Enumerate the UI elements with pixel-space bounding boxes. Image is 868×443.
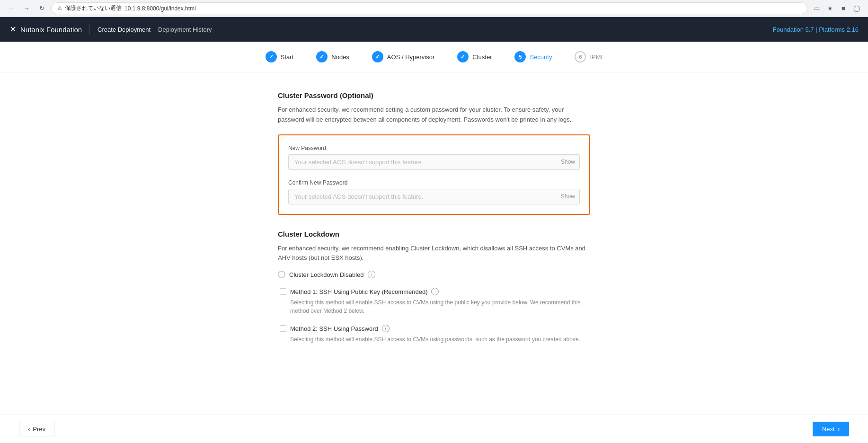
warning-text: 保護されていない通信 — [65, 4, 122, 12]
forward-button[interactable]: → — [21, 3, 32, 14]
step-start: Start — [266, 51, 293, 62]
step-start-label: Start — [281, 53, 293, 61]
confirm-password-label: Confirm New Password — [288, 179, 580, 186]
step-nodes-circle — [316, 51, 328, 62]
cluster-password-title: Cluster Password (Optional) — [278, 91, 590, 99]
next-label: Next — [822, 425, 835, 433]
method1-info-icon[interactable]: i — [431, 288, 439, 295]
bookmark-button[interactable]: ★ — [824, 3, 836, 14]
method2-header: Method 2: SSH Using Password i — [280, 325, 590, 332]
step-connector-3 — [436, 57, 455, 57]
app-wrapper: ✕ Nutanix Foundation Create Deployment D… — [0, 17, 868, 443]
step-nodes-label: Nodes — [331, 53, 349, 61]
method1-block: Method 1: SSH Using Public Key (Recommen… — [278, 288, 590, 315]
lockdown-disabled-option[interactable]: Cluster Lockdown Disabled i — [278, 271, 590, 278]
confirm-password-show-btn[interactable]: Show — [561, 193, 575, 200]
method2-checkbox[interactable] — [280, 325, 286, 332]
deployment-history-link[interactable]: Deployment History — [158, 26, 212, 33]
prev-label: Prev — [33, 425, 45, 433]
step-connector-1 — [295, 57, 314, 57]
lockdown-desc: For enhanced security, we recommend enab… — [278, 244, 590, 264]
next-arrow-icon: › — [838, 425, 840, 433]
new-password-label: New Password — [288, 145, 580, 151]
create-deployment-link[interactable]: Create Deployment — [97, 26, 151, 33]
password-box: New Password Show Confirm New Password S… — [278, 134, 590, 215]
confirm-password-wrapper: Show — [288, 189, 580, 204]
step-aos-label: AOS / Hypervisor — [387, 53, 434, 61]
url-text: 10.1.9.8:8000/gui/index.html — [124, 5, 196, 12]
step-ipmi-label: IPMI — [590, 53, 602, 61]
lockdown-disabled-info-icon[interactable]: i — [368, 271, 375, 278]
lockdown-title: Cluster Lockdown — [278, 230, 590, 238]
step-aos: AOS / Hypervisor — [372, 51, 434, 62]
browser-actions: ▭ ★ ■ ◯ — [811, 3, 862, 14]
extensions-button[interactable]: ■ — [838, 3, 849, 14]
method1-checkbox[interactable] — [280, 288, 286, 295]
step-cluster-label: Cluster — [472, 53, 492, 61]
back-button[interactable]: ← — [6, 3, 17, 14]
confirm-password-input[interactable] — [288, 189, 580, 204]
new-password-input[interactable] — [288, 154, 580, 170]
method2-info-icon[interactable]: i — [382, 325, 390, 332]
top-nav: ✕ Nutanix Foundation Create Deployment D… — [0, 17, 868, 42]
profile-button[interactable]: ◯ — [851, 3, 862, 14]
cluster-password-desc: For enhanced security, we recommend sett… — [278, 105, 590, 125]
content-inner: Cluster Password (Optional) For enhanced… — [268, 91, 600, 344]
lockdown-disabled-radio[interactable] — [278, 271, 285, 278]
prev-arrow-icon: ‹ — [28, 425, 30, 433]
step-connector-4 — [494, 57, 513, 57]
step-ipmi-circle: 6 — [575, 51, 586, 62]
new-password-show-btn[interactable]: Show — [561, 159, 575, 165]
nav-brand: Nutanix Foundation — [20, 26, 82, 34]
method1-label: Method 1: SSH Using Public Key (Recommen… — [290, 288, 427, 295]
next-button[interactable]: Next › — [813, 422, 849, 436]
step-security-label: Security — [530, 53, 552, 61]
stepper-bar: Start Nodes AOS / Hypervisor Cluster 5 S… — [0, 42, 868, 72]
browser-chrome: ← → ↻ ⚠ 保護されていない通信 10.1.9.8:8000/gui/ind… — [0, 0, 868, 17]
prev-button[interactable]: ‹ Prev — [19, 422, 54, 436]
main-content: Cluster Password (Optional) For enhanced… — [0, 72, 868, 443]
security-warning-icon: ⚠ — [57, 5, 62, 11]
method2-desc: Selecting this method will enable SSH ac… — [280, 335, 590, 344]
step-connector-5 — [554, 57, 573, 57]
method1-header: Method 1: SSH Using Public Key (Recommen… — [280, 288, 590, 295]
version-label: Foundation 5.7 | Platforms 2.16 — [773, 26, 859, 33]
step-nodes: Nodes — [316, 51, 349, 62]
reload-button[interactable]: ↻ — [36, 3, 47, 14]
method2-label: Method 2: SSH Using Password — [290, 325, 378, 332]
method1-desc: Selecting this method will enable SSH ac… — [280, 298, 590, 315]
address-bar: ⚠ 保護されていない通信 10.1.9.8:8000/gui/index.htm… — [51, 2, 807, 14]
step-security: 5 Security — [514, 51, 552, 62]
step-connector-2 — [351, 57, 370, 57]
nav-divider — [89, 24, 90, 35]
method2-block: Method 2: SSH Using Password i Selecting… — [278, 325, 590, 344]
footer-bar: ‹ Prev Next › — [0, 415, 868, 443]
step-cluster-circle — [457, 51, 469, 62]
step-cluster: Cluster — [457, 51, 492, 62]
step-start-circle — [266, 51, 277, 62]
step-security-circle: 5 — [514, 51, 526, 62]
nav-logo: ✕ Nutanix Foundation — [9, 24, 82, 35]
cast-button[interactable]: ▭ — [811, 3, 823, 14]
step-ipmi: 6 IPMI — [575, 51, 602, 62]
new-password-wrapper: Show — [288, 154, 580, 170]
close-icon[interactable]: ✕ — [9, 24, 17, 35]
step-aos-circle — [372, 51, 383, 62]
lockdown-disabled-label: Cluster Lockdown Disabled — [289, 271, 364, 278]
